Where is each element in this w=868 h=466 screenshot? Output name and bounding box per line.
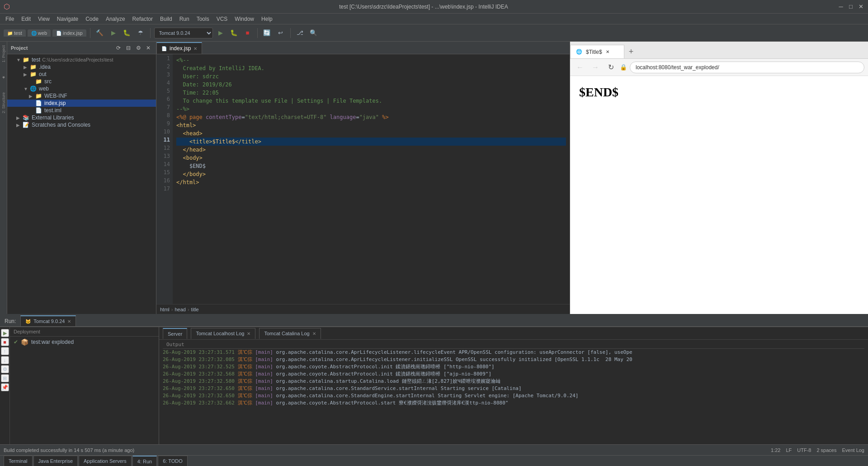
pin-button[interactable]: 📌 xyxy=(1,383,9,391)
browser-body-text: $END$ xyxy=(579,85,859,100)
run-4-tab[interactable]: 4: Run xyxy=(132,456,157,466)
menu-item-refactor[interactable]: Refactor xyxy=(129,15,156,23)
web-folder-icon: 🌐 xyxy=(30,86,37,92)
run-config-selector[interactable]: Tomcat 9.0.24 xyxy=(154,28,213,38)
catalina-log-close[interactable]: ✕ xyxy=(312,331,316,336)
project-dropdown[interactable]: 📁 test xyxy=(4,29,26,37)
settings-icon[interactable]: ⚙ xyxy=(134,44,142,52)
run-tab-close[interactable]: ✕ xyxy=(67,319,71,324)
event-log[interactable]: Event Log xyxy=(842,447,864,453)
sync-icon[interactable]: ⟳ xyxy=(114,44,123,52)
log-entry: 26-Aug-2019 23:27:32.650 淇℃倧 [main] org.… xyxy=(163,385,864,392)
maximize-button[interactable]: □ xyxy=(847,3,854,10)
debug-button[interactable]: 🐛 xyxy=(121,27,133,39)
menu-item-vcs[interactable]: VCS xyxy=(213,15,231,23)
terminal-tab[interactable]: Terminal xyxy=(4,456,33,466)
cursor-position[interactable]: 1:22 xyxy=(771,447,780,453)
file-encoding[interactable]: UTF-8 xyxy=(797,447,811,453)
todo-6-tab[interactable]: 6: TODO xyxy=(158,456,188,466)
log-entry: 26-Aug-2019 23:27:32.662 淇℃倧 [main] org.… xyxy=(163,399,864,407)
menu-item-run[interactable]: Run xyxy=(176,15,193,23)
tab-close-button[interactable]: ✕ xyxy=(193,46,197,51)
tree-item-webinf[interactable]: ▶ 📁 WEB-INF xyxy=(7,92,156,100)
menu-item-tools[interactable]: Tools xyxy=(193,15,213,23)
menu-item-code[interactable]: Code xyxy=(82,15,102,23)
tomcat-localhost-tab[interactable]: Tomcat Localhost Log ✕ xyxy=(191,328,255,339)
project-view-tab[interactable]: 1: Project xyxy=(0,43,7,64)
run-config-debug[interactable]: 🐛 xyxy=(228,27,240,39)
toolbar-sep-4 xyxy=(290,28,291,38)
menu-item-view[interactable]: View xyxy=(34,15,53,23)
menu-item-window[interactable]: Window xyxy=(231,15,258,23)
search-everywhere[interactable]: 🔍 xyxy=(308,27,320,39)
menu-item-build[interactable]: Build xyxy=(156,15,176,23)
scroll-down-button[interactable]: ↓ xyxy=(1,356,9,364)
filter-button[interactable]: ⊞ xyxy=(1,374,9,382)
collapse-all-icon[interactable]: ⊟ xyxy=(124,44,132,52)
build-button[interactable]: 🔨 xyxy=(94,27,106,39)
close-panel-icon[interactable]: ✕ xyxy=(144,44,152,52)
run-button[interactable]: ▶ xyxy=(108,27,119,39)
tree-item-test[interactable]: ▼ 📁 test C:\Users\sdrzc\IdeaProjects\tes… xyxy=(7,56,156,63)
editor-tab-indexjsp[interactable]: 📄 index.jsp ✕ xyxy=(156,42,202,54)
tree-item-src[interactable]: ▶ 📁 src xyxy=(7,78,156,85)
project-header: Project ⟳ ⊟ ⚙ ✕ xyxy=(7,42,156,54)
titlebar: ⬡ test [C:\Users\sdrzc\IdeaProjects\test… xyxy=(0,0,868,14)
localhost-log-close[interactable]: ✕ xyxy=(247,331,250,336)
bc-head[interactable]: head xyxy=(175,307,185,312)
tree-item-out[interactable]: ▶ 📁 out xyxy=(7,71,156,78)
indent-setting[interactable]: 2 spaces xyxy=(816,447,836,453)
run-config-stop[interactable]: ■ xyxy=(242,27,254,39)
close-button[interactable]: ✕ xyxy=(857,3,864,10)
update-button[interactable]: 🔄 xyxy=(261,27,273,39)
web-dropdown[interactable]: 🌐 web xyxy=(28,29,51,37)
java-enterprise-tab[interactable]: Java Enterprise xyxy=(33,456,78,466)
code-editor[interactable]: <%-- Created by IntelliJ IDEA. User: sdr… xyxy=(173,54,570,304)
refresh-button[interactable]: ↻ xyxy=(604,61,617,74)
run-with-coverage[interactable]: ☂ xyxy=(135,27,146,39)
forward-button[interactable]: → xyxy=(589,61,602,74)
expand-arrow-out: ▶ xyxy=(24,72,30,77)
minimize-button[interactable]: ─ xyxy=(837,3,844,10)
rollback-button[interactable]: ↩ xyxy=(275,27,287,39)
menu-item-navigate[interactable]: Navigate xyxy=(53,15,82,23)
output-header: Output xyxy=(163,341,864,349)
bc-html[interactable]: html xyxy=(160,307,170,312)
favorites-tab[interactable]: ★ xyxy=(0,73,7,81)
structure-tab[interactable]: 2: Structure xyxy=(0,90,7,115)
tree-item-testiml[interactable]: ▶ 📄 test.iml xyxy=(7,107,156,114)
new-tab-button[interactable]: + xyxy=(624,45,638,58)
deployment-item[interactable]: ✔ 📦 test:war exploded xyxy=(10,337,159,347)
bc-title[interactable]: title xyxy=(191,307,199,312)
statusbar: Build completed successfully in 14 s 507… xyxy=(0,444,868,455)
menu-item-analyze[interactable]: Analyze xyxy=(102,15,129,23)
run-config-run[interactable]: ▶ xyxy=(215,27,226,39)
server-log-tab[interactable]: Server xyxy=(163,328,187,339)
tree-item-idea[interactable]: ▶ 📁 .idea xyxy=(7,63,156,71)
code-line-15: </body> xyxy=(176,170,566,178)
run-tomcat-tab[interactable]: 🐱 Tomcat 9.0.24 ✕ xyxy=(20,315,76,326)
settings-run-button[interactable]: ⚙ xyxy=(1,365,9,373)
tomcat-catalina-tab[interactable]: Tomcat Catalina Log ✕ xyxy=(259,328,321,339)
line-gutter: 1 2 3 4 5 6 7 8 9 10 11 12 13 14 15 16 1… xyxy=(156,54,173,304)
vcs-button[interactable]: ⎇ xyxy=(294,27,306,39)
tree-item-extlib[interactable]: ▶ 📚 External Libraries xyxy=(7,114,156,121)
menu-item-file[interactable]: File xyxy=(2,15,18,23)
menu-item-edit[interactable]: Edit xyxy=(18,15,34,23)
browser-tab-close[interactable]: ✕ xyxy=(606,49,609,54)
line-separator[interactable]: LF xyxy=(786,447,792,453)
tree-item-web[interactable]: ▼ 🌐 web xyxy=(7,85,156,92)
restart-server-button[interactable]: ▶ xyxy=(1,329,9,337)
browser-tab-title[interactable]: 🌐 $Title$ ✕ xyxy=(570,45,624,58)
editor-content: 1 2 3 4 5 6 7 8 9 10 11 12 13 14 15 16 1… xyxy=(156,54,570,304)
app-servers-tab[interactable]: Application Servers xyxy=(79,456,132,466)
expand-arrow-scratches: ▶ xyxy=(16,123,23,128)
stop-server-button[interactable]: ■ xyxy=(1,338,9,346)
scroll-up-button[interactable]: ↑ xyxy=(1,347,9,355)
url-bar[interactable] xyxy=(630,62,864,73)
tree-item-scratches[interactable]: ▶ 📝 Scratches and Consoles xyxy=(7,121,156,128)
tree-item-indexjsp[interactable]: ▶ 📄 index.jsp xyxy=(7,100,156,107)
file-dropdown[interactable]: 📄 index.jsp xyxy=(52,29,86,37)
menu-item-help[interactable]: Help xyxy=(258,15,276,23)
back-button[interactable]: ← xyxy=(574,61,586,74)
